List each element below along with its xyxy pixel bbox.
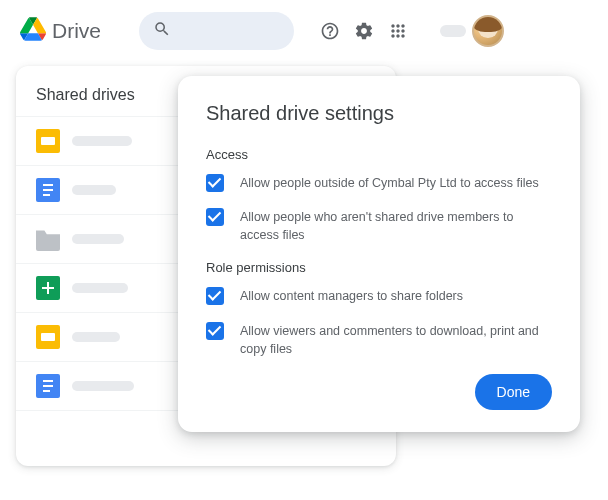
label-viewers-download: Allow viewers and commenters to download… xyxy=(240,322,552,358)
app-name: Drive xyxy=(52,19,101,43)
label-managers-share-folders: Allow content managers to share folders xyxy=(240,287,463,305)
account-chip xyxy=(440,25,466,37)
file-name-placeholder xyxy=(72,283,128,293)
access-heading: Access xyxy=(206,147,552,162)
slide-file-icon xyxy=(36,325,60,349)
slide-file-icon xyxy=(36,129,60,153)
label-access-non-members: Allow people who aren't shared drive mem… xyxy=(240,208,552,244)
folder-file-icon xyxy=(36,227,60,251)
file-name-placeholder xyxy=(72,136,132,146)
file-name-placeholder xyxy=(72,185,116,195)
checkbox-access-non-members[interactable] xyxy=(206,208,224,226)
doc-file-icon xyxy=(36,178,60,202)
help-icon[interactable] xyxy=(320,21,340,41)
search-input[interactable] xyxy=(139,12,294,50)
drive-logo[interactable]: Drive xyxy=(20,17,101,45)
file-name-placeholder xyxy=(72,381,134,391)
search-icon xyxy=(153,20,171,42)
apps-grid-icon[interactable] xyxy=(388,21,408,41)
settings-gear-icon[interactable] xyxy=(354,21,374,41)
checkbox-access-outside-org[interactable] xyxy=(206,174,224,192)
checkbox-managers-share-folders[interactable] xyxy=(206,287,224,305)
avatar[interactable] xyxy=(472,15,504,47)
dialog-title: Shared drive settings xyxy=(206,102,552,125)
role-permissions-heading: Role permissions xyxy=(206,260,552,275)
label-access-outside-org: Allow people outside of Cymbal Pty Ltd t… xyxy=(240,174,539,192)
sheet-file-icon xyxy=(36,276,60,300)
shared-drive-settings-dialog: Shared drive settings Access Allow peopl… xyxy=(178,76,580,432)
file-name-placeholder xyxy=(72,234,124,244)
done-button[interactable]: Done xyxy=(475,374,552,410)
doc-file-icon xyxy=(36,374,60,398)
checkbox-viewers-download[interactable] xyxy=(206,322,224,340)
file-name-placeholder xyxy=(72,332,120,342)
drive-logo-icon xyxy=(20,17,46,45)
